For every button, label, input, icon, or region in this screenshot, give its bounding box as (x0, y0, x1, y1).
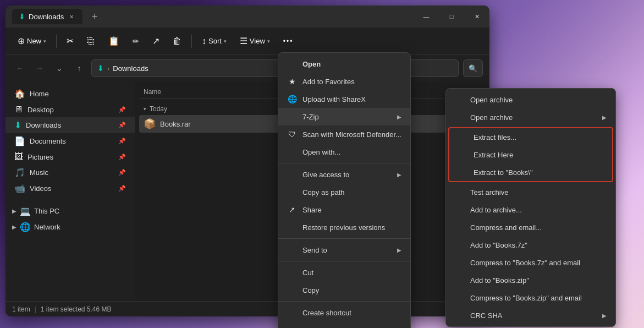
copy-button[interactable]: ⿻ (81, 33, 101, 49)
music-icon: 🎵 (14, 167, 25, 178)
view-button[interactable]: ☰ View ▾ (234, 32, 276, 50)
ctx-7zip-label: 7-Zip (302, 113, 392, 121)
selected-info: 1 item selected 5.46 MB (41, 305, 112, 313)
recent-button[interactable]: ⌄ (52, 61, 67, 76)
pin-icon-videos: 📌 (118, 185, 126, 192)
ctx-cut[interactable]: Cut (278, 264, 410, 281)
ctx-send-to[interactable]: Send to ▶ (278, 241, 410, 259)
ctx-open-with-label: Open with... (302, 148, 401, 156)
forward-button[interactable]: → (32, 61, 47, 76)
ctx-compress-books-7z-email[interactable]: Compress to "Books.7z" and email (446, 254, 615, 271)
ctx-7zip[interactable]: 7-Zip ▶ (278, 108, 410, 125)
ctx-extract-to-books[interactable]: Extract to "Books\" (449, 163, 612, 181)
ctx-open-archive-1-label: Open archive (470, 96, 607, 104)
ctx-test-archive[interactable]: Test archive (446, 183, 615, 201)
share-button[interactable]: ↗ (147, 32, 165, 50)
window-controls: — □ ✕ (414, 6, 489, 28)
ctx-send-to-label: Send to (302, 246, 392, 254)
pin-icon-music: 📌 (118, 169, 126, 176)
ctx-add-favorites-label: Add to Favorites (302, 78, 401, 86)
ctx-restore[interactable]: Restore previous versions (278, 218, 410, 236)
ctx-add-books-zip[interactable]: Add to "Books.zip" (446, 271, 615, 289)
sidebar-item-home[interactable]: 🏠 Home (5, 86, 135, 102)
ctx-open[interactable]: Open (278, 55, 410, 73)
ctx-share[interactable]: ↗ Share (278, 201, 410, 218)
more-icon: ••• (283, 37, 294, 45)
ctx-open-with[interactable]: Open with... (278, 143, 410, 161)
ctx-share-label: Share (302, 206, 401, 214)
sidebar-item-downloads[interactable]: ⬇ Downloads 📌 (5, 117, 135, 133)
ctx-compress-books-zip-email-icon (455, 293, 465, 303)
ctx-compress-email[interactable]: Compress and email... (446, 218, 615, 236)
chevron-right-icon: ▶ (12, 208, 16, 214)
documents-icon: 📄 (14, 136, 25, 146)
ctx-cut-label: Cut (302, 269, 401, 277)
status-bar: 1 item | 1 item selected 5.46 MB ☰ ▤ (5, 301, 489, 316)
ctx-extract-here-icon (458, 150, 468, 160)
title-tab-label: Downloads (29, 13, 64, 21)
ctx-extract-here[interactable]: Extract Here (449, 146, 612, 163)
ctx-delete[interactable]: Delete (278, 321, 410, 328)
title-tab[interactable]: ⬇ Downloads ✕ (12, 9, 82, 24)
back-button[interactable]: ← (12, 61, 27, 76)
sidebar-item-pictures[interactable]: 🖼 Pictures 📌 (5, 149, 135, 165)
ctx-extract-files[interactable]: Extract files... (449, 128, 612, 146)
network-icon: 🌐 (20, 222, 31, 232)
sidebar-section-network[interactable]: ▶ 🌐 Network (5, 219, 135, 235)
paste-button[interactable]: 📋 (103, 32, 125, 50)
ctx-give-access[interactable]: Give access to ▶ (278, 166, 410, 183)
maximize-button[interactable]: □ (439, 6, 464, 28)
ctx-create-shortcut[interactable]: Create shortcut (278, 304, 410, 321)
more-button[interactable]: ••• (278, 34, 299, 48)
ctx-compress-books-zip-email[interactable]: Compress to "Books.zip" and email (446, 289, 615, 307)
cut-button[interactable]: ✂ (61, 32, 79, 50)
pin-icon-downloads: 📌 (118, 122, 126, 129)
sidebar-label-music: Music (30, 168, 48, 177)
ctx-sharex-icon: 🌐 (287, 94, 297, 104)
sidebar-label-home: Home (30, 90, 49, 98)
close-button[interactable]: ✕ (464, 6, 489, 28)
downloads-tab-icon: ⬇ (19, 12, 25, 21)
ctx-create-shortcut-label: Create shortcut (302, 309, 401, 317)
extract-highlight-box: Extract files... Extract Here Extract to… (448, 127, 613, 182)
paste-icon: 📋 (108, 36, 119, 46)
ctx-open-archive-1[interactable]: Open archive (446, 91, 615, 108)
ctx-add-books-7z[interactable]: Add to "Books.7z" (446, 236, 615, 254)
sidebar-item-desktop[interactable]: 🖥 Desktop 📌 (5, 102, 135, 117)
minimize-button[interactable]: — (414, 6, 439, 28)
ctx-compress-email-label: Compress and email... (470, 223, 607, 232)
toolbar-sep-1 (56, 35, 57, 48)
pin-icon-documents: 📌 (118, 138, 126, 145)
up-button[interactable]: ↑ (71, 61, 87, 76)
rename-button[interactable]: ✏ (127, 34, 145, 49)
this-pc-icon: 💻 (20, 206, 31, 216)
delete-button[interactable]: 🗑 (167, 33, 187, 50)
search-box[interactable]: 🔍 (463, 59, 483, 77)
delete-icon: 🗑 (173, 36, 181, 46)
sidebar-section-this-pc[interactable]: ▶ 💻 This PC (5, 203, 135, 219)
tab-close-button[interactable]: ✕ (67, 12, 76, 21)
ctx-open-archive-2-label: Open archive (470, 113, 597, 122)
ctx-compress-books-7z-email-label: Compress to "Books.7z" and email (470, 259, 607, 267)
context-menu-main: Open ★ Add to Favorites 🌐 Upload with Sh… (278, 52, 411, 328)
ctx-crc-sha[interactable]: CRC SHA ▶ (446, 307, 615, 324)
ctx-add-to-archive[interactable]: Add to archive... (446, 201, 615, 218)
new-tab-button[interactable]: + (87, 9, 102, 24)
ctx-sharex[interactable]: 🌐 Upload with ShareX (278, 90, 410, 108)
ctx-open-archive-2[interactable]: Open archive ▶ (446, 108, 615, 126)
ctx-send-to-icon (287, 245, 297, 255)
ctx-favorites-icon: ★ (287, 76, 297, 86)
ctx-copy-path[interactable]: Copy as path (278, 183, 410, 201)
ctx-defender[interactable]: 🛡 Scan with Microsoft Defender... (278, 125, 410, 143)
sort-button[interactable]: ↕ Sort ▾ (196, 33, 232, 50)
sidebar-item-music[interactable]: 🎵 Music 📌 (5, 165, 135, 181)
ctx-open-archive-1-icon (455, 95, 465, 105)
sidebar-item-documents[interactable]: 📄 Documents 📌 (5, 133, 135, 149)
ctx-delete-icon (287, 325, 297, 328)
ctx-open-archive-2-arrow: ▶ (602, 114, 607, 121)
sidebar-item-videos[interactable]: 📹 Videos 📌 (5, 181, 135, 196)
new-button[interactable]: ⊕ New ▾ (12, 32, 52, 50)
ctx-add-favorites[interactable]: ★ Add to Favorites (278, 73, 410, 90)
sort-chevron-icon: ▾ (224, 39, 227, 44)
ctx-copy[interactable]: Copy (278, 281, 410, 299)
